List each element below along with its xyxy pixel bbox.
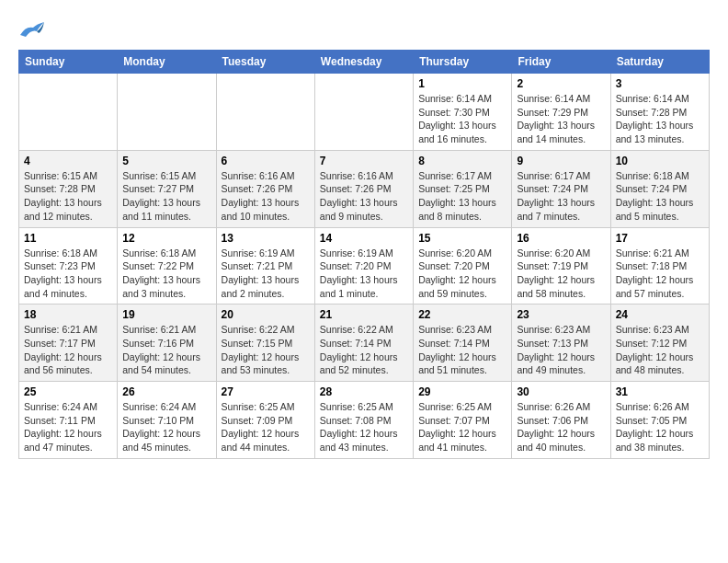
- day-number: 5: [122, 155, 210, 167]
- day-number: 20: [222, 308, 310, 321]
- day-number: 22: [418, 308, 506, 321]
- day-number: 15: [418, 232, 506, 245]
- calendar-cell: 8Sunrise: 6:17 AM Sunset: 7:25 PM Daylig…: [414, 150, 512, 227]
- weekday-header-friday: Friday: [512, 51, 610, 74]
- calendar-week-3: 11Sunrise: 6:18 AM Sunset: 7:23 PM Dayli…: [19, 227, 710, 304]
- day-info: Sunrise: 6:14 AM Sunset: 7:29 PM Dayligh…: [517, 92, 605, 146]
- calendar-cell: 29Sunrise: 6:25 AM Sunset: 7:07 PM Dayli…: [414, 382, 512, 459]
- day-number: 30: [517, 385, 605, 398]
- calendar-cell: [118, 74, 216, 151]
- day-number: 16: [517, 232, 605, 245]
- calendar-cell: 5Sunrise: 6:15 AM Sunset: 7:27 PM Daylig…: [118, 150, 216, 227]
- day-number: 1: [418, 77, 506, 90]
- day-info: Sunrise: 6:14 AM Sunset: 7:30 PM Dayligh…: [418, 92, 506, 146]
- calendar-cell: 4Sunrise: 6:15 AM Sunset: 7:28 PM Daylig…: [19, 150, 118, 227]
- calendar-cell: 28Sunrise: 6:25 AM Sunset: 7:08 PM Dayli…: [314, 382, 413, 459]
- day-info: Sunrise: 6:21 AM Sunset: 7:16 PM Dayligh…: [122, 323, 210, 377]
- calendar-cell: 6Sunrise: 6:16 AM Sunset: 7:26 PM Daylig…: [216, 150, 314, 227]
- weekday-header-thursday: Thursday: [414, 51, 512, 74]
- day-info: Sunrise: 6:23 AM Sunset: 7:13 PM Dayligh…: [517, 323, 605, 377]
- day-info: Sunrise: 6:15 AM Sunset: 7:28 PM Dayligh…: [24, 169, 112, 224]
- calendar-cell: 17Sunrise: 6:21 AM Sunset: 7:18 PM Dayli…: [610, 227, 709, 304]
- day-info: Sunrise: 6:24 AM Sunset: 7:10 PM Dayligh…: [122, 400, 210, 454]
- logo: [18, 18, 50, 40]
- calendar-week-5: 25Sunrise: 6:24 AM Sunset: 7:11 PM Dayli…: [19, 382, 710, 459]
- calendar-cell: 11Sunrise: 6:18 AM Sunset: 7:23 PM Dayli…: [19, 227, 118, 304]
- day-info: Sunrise: 6:18 AM Sunset: 7:24 PM Dayligh…: [616, 169, 704, 224]
- day-number: 18: [24, 308, 112, 321]
- day-number: 6: [222, 155, 310, 167]
- weekday-header-tuesday: Tuesday: [216, 51, 314, 74]
- day-info: Sunrise: 6:17 AM Sunset: 7:25 PM Dayligh…: [418, 169, 506, 224]
- day-number: 19: [122, 308, 210, 321]
- day-info: Sunrise: 6:23 AM Sunset: 7:12 PM Dayligh…: [616, 323, 704, 377]
- day-number: 8: [418, 155, 506, 167]
- calendar-cell: [314, 74, 413, 151]
- calendar-cell: 2Sunrise: 6:14 AM Sunset: 7:29 PM Daylig…: [512, 74, 610, 151]
- calendar-cell: 27Sunrise: 6:25 AM Sunset: 7:09 PM Dayli…: [216, 382, 314, 459]
- calendar-cell: 30Sunrise: 6:26 AM Sunset: 7:06 PM Dayli…: [512, 382, 610, 459]
- day-number: 2: [517, 77, 605, 90]
- calendar-cell: 19Sunrise: 6:21 AM Sunset: 7:16 PM Dayli…: [118, 304, 216, 382]
- calendar-table: SundayMondayTuesdayWednesdayThursdayFrid…: [18, 50, 710, 459]
- calendar-week-1: 1Sunrise: 6:14 AM Sunset: 7:30 PM Daylig…: [19, 74, 710, 151]
- calendar-cell: 31Sunrise: 6:26 AM Sunset: 7:05 PM Dayli…: [610, 382, 709, 459]
- weekday-header-wednesday: Wednesday: [314, 51, 413, 74]
- calendar-cell: 10Sunrise: 6:18 AM Sunset: 7:24 PM Dayli…: [610, 150, 709, 227]
- day-number: 3: [616, 77, 704, 90]
- calendar-cell: 1Sunrise: 6:14 AM Sunset: 7:30 PM Daylig…: [414, 74, 512, 151]
- day-info: Sunrise: 6:25 AM Sunset: 7:08 PM Dayligh…: [320, 400, 408, 454]
- calendar-cell: 13Sunrise: 6:19 AM Sunset: 7:21 PM Dayli…: [216, 227, 314, 304]
- day-number: 24: [616, 308, 704, 321]
- calendar-cell: 7Sunrise: 6:16 AM Sunset: 7:26 PM Daylig…: [314, 150, 413, 227]
- day-info: Sunrise: 6:16 AM Sunset: 7:26 PM Dayligh…: [222, 169, 310, 224]
- calendar-cell: 12Sunrise: 6:18 AM Sunset: 7:22 PM Dayli…: [118, 227, 216, 304]
- day-number: 23: [517, 308, 605, 321]
- calendar-cell: 15Sunrise: 6:20 AM Sunset: 7:20 PM Dayli…: [414, 227, 512, 304]
- day-info: Sunrise: 6:16 AM Sunset: 7:26 PM Dayligh…: [320, 169, 408, 224]
- day-info: Sunrise: 6:14 AM Sunset: 7:28 PM Dayligh…: [616, 92, 704, 146]
- day-number: 31: [616, 385, 704, 398]
- page-header: [18, 18, 710, 40]
- calendar-cell: 9Sunrise: 6:17 AM Sunset: 7:24 PM Daylig…: [512, 150, 610, 227]
- calendar-cell: 23Sunrise: 6:23 AM Sunset: 7:13 PM Dayli…: [512, 304, 610, 382]
- calendar-cell: 21Sunrise: 6:22 AM Sunset: 7:14 PM Dayli…: [314, 304, 413, 382]
- day-info: Sunrise: 6:21 AM Sunset: 7:18 PM Dayligh…: [616, 247, 704, 301]
- calendar-cell: [19, 74, 118, 151]
- day-info: Sunrise: 6:20 AM Sunset: 7:20 PM Dayligh…: [418, 247, 506, 301]
- day-info: Sunrise: 6:17 AM Sunset: 7:24 PM Dayligh…: [517, 169, 605, 224]
- calendar-cell: 22Sunrise: 6:23 AM Sunset: 7:14 PM Dayli…: [414, 304, 512, 382]
- calendar-cell: 26Sunrise: 6:24 AM Sunset: 7:10 PM Dayli…: [118, 382, 216, 459]
- day-number: 21: [320, 308, 408, 321]
- calendar-cell: 25Sunrise: 6:24 AM Sunset: 7:11 PM Dayli…: [19, 382, 118, 459]
- day-info: Sunrise: 6:19 AM Sunset: 7:21 PM Dayligh…: [222, 247, 310, 301]
- day-number: 14: [320, 232, 408, 245]
- day-info: Sunrise: 6:19 AM Sunset: 7:20 PM Dayligh…: [320, 247, 408, 301]
- calendar-cell: 16Sunrise: 6:20 AM Sunset: 7:19 PM Dayli…: [512, 227, 610, 304]
- calendar-cell: 3Sunrise: 6:14 AM Sunset: 7:28 PM Daylig…: [610, 74, 709, 151]
- logo-icon: [18, 18, 46, 40]
- day-number: 26: [122, 385, 210, 398]
- calendar-cell: 20Sunrise: 6:22 AM Sunset: 7:15 PM Dayli…: [216, 304, 314, 382]
- day-number: 27: [222, 385, 310, 398]
- calendar-cell: 14Sunrise: 6:19 AM Sunset: 7:20 PM Dayli…: [314, 227, 413, 304]
- day-info: Sunrise: 6:25 AM Sunset: 7:07 PM Dayligh…: [418, 400, 506, 454]
- day-number: 10: [616, 155, 704, 167]
- day-info: Sunrise: 6:22 AM Sunset: 7:15 PM Dayligh…: [222, 323, 310, 377]
- calendar-cell: 18Sunrise: 6:21 AM Sunset: 7:17 PM Dayli…: [19, 304, 118, 382]
- calendar-week-2: 4Sunrise: 6:15 AM Sunset: 7:28 PM Daylig…: [19, 150, 710, 227]
- calendar-body: 1Sunrise: 6:14 AM Sunset: 7:30 PM Daylig…: [19, 74, 710, 459]
- day-info: Sunrise: 6:20 AM Sunset: 7:19 PM Dayligh…: [517, 247, 605, 301]
- day-number: 4: [24, 155, 112, 167]
- day-number: 12: [122, 232, 210, 245]
- day-info: Sunrise: 6:26 AM Sunset: 7:05 PM Dayligh…: [616, 400, 704, 454]
- day-info: Sunrise: 6:15 AM Sunset: 7:27 PM Dayligh…: [122, 169, 210, 224]
- day-info: Sunrise: 6:26 AM Sunset: 7:06 PM Dayligh…: [517, 400, 605, 454]
- day-info: Sunrise: 6:18 AM Sunset: 7:22 PM Dayligh…: [122, 247, 210, 301]
- weekday-header-monday: Monday: [118, 51, 216, 74]
- day-number: 13: [222, 232, 310, 245]
- weekday-header-saturday: Saturday: [610, 51, 709, 74]
- day-number: 29: [418, 385, 506, 398]
- calendar-cell: [216, 74, 314, 151]
- calendar-cell: 24Sunrise: 6:23 AM Sunset: 7:12 PM Dayli…: [610, 304, 709, 382]
